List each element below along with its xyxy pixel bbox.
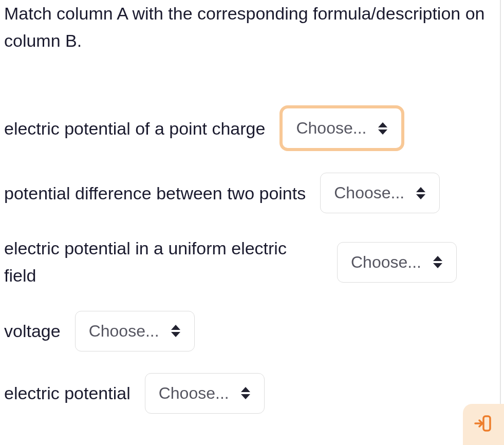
match-label: potential difference between two points bbox=[4, 180, 306, 207]
select-text: Choose... bbox=[351, 253, 421, 272]
match-label: electric potential in a uniform electric… bbox=[4, 235, 323, 289]
updown-caret-icon bbox=[378, 122, 388, 135]
question-content: Match column A with the corresponding fo… bbox=[0, 0, 501, 445]
updown-caret-icon bbox=[433, 255, 443, 269]
match-row: electric potential in a uniform electric… bbox=[4, 235, 496, 289]
updown-caret-icon bbox=[240, 386, 251, 400]
select-dropdown[interactable]: Choose... bbox=[337, 242, 457, 283]
updown-caret-icon bbox=[416, 187, 426, 200]
match-label: electric potential bbox=[4, 380, 130, 407]
select-text: Choose... bbox=[159, 384, 229, 403]
select-dropdown[interactable]: Choose... bbox=[145, 373, 265, 414]
match-row: electric potential Choose... bbox=[4, 373, 496, 414]
select-dropdown[interactable]: Choose... bbox=[75, 311, 195, 351]
match-row: voltage Choose... bbox=[4, 311, 496, 351]
select-text: Choose... bbox=[89, 322, 159, 341]
select-dropdown[interactable]: Choose... bbox=[320, 173, 440, 213]
question-prompt: Match column A with the corresponding fo… bbox=[4, 0, 496, 54]
match-row: electric potential of a point charge Cho… bbox=[4, 105, 496, 151]
updown-caret-icon bbox=[171, 324, 181, 338]
collapse-right-icon bbox=[473, 413, 494, 436]
match-label: voltage bbox=[4, 318, 61, 345]
match-row: potential difference between two points … bbox=[4, 173, 496, 213]
select-text: Choose... bbox=[296, 119, 366, 138]
svg-rect-0 bbox=[483, 416, 490, 431]
match-label: electric potential of a point charge bbox=[4, 115, 265, 142]
select-text: Choose... bbox=[334, 183, 404, 202]
select-dropdown[interactable]: Choose... bbox=[279, 105, 404, 151]
collapse-button[interactable] bbox=[463, 404, 504, 445]
